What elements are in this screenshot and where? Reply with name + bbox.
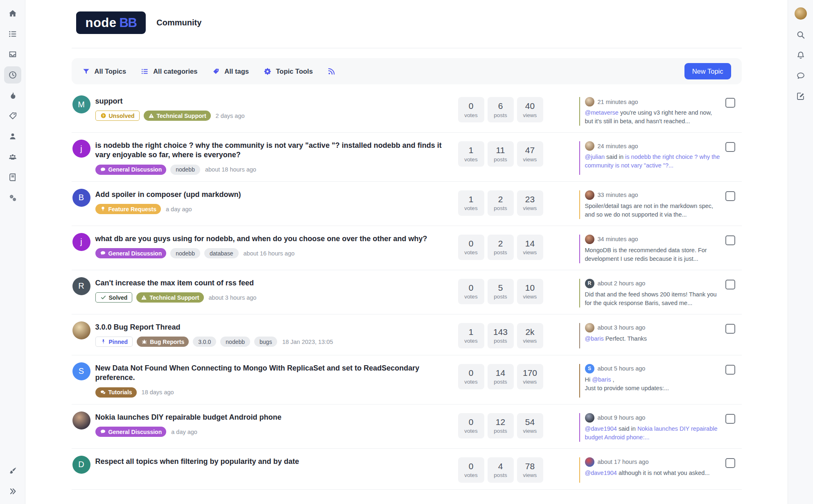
category-badge[interactable]: Technical Support: [136, 292, 203, 303]
sidebar-item-admin[interactable]: [4, 189, 21, 206]
topic-tag[interactable]: bugs: [254, 337, 277, 347]
topic-select-checkbox[interactable]: [725, 414, 735, 424]
teaser-author-avatar[interactable]: [585, 235, 594, 244]
topic-select-checkbox[interactable]: [725, 458, 735, 468]
sidebar-item-home[interactable]: [4, 5, 21, 22]
topic-author-avatar[interactable]: S: [72, 362, 90, 380]
category-badge[interactable]: General Discussion: [95, 427, 167, 437]
topic-title[interactable]: is nodebb the right choice ? why the com…: [95, 141, 448, 160]
teaser-link[interactable]: @baris: [585, 335, 604, 342]
user-avatar[interactable]: [795, 7, 807, 20]
pin-icon: [100, 339, 106, 345]
teaser-link[interactable]: @metaverse: [585, 109, 619, 116]
sidebar-item-theme[interactable]: [4, 462, 21, 479]
category-badge[interactable]: Tutorials: [95, 387, 137, 398]
category-badge[interactable]: Technical Support: [144, 111, 211, 121]
teaser-text[interactable]: @julian said in is nodebb the right choi…: [585, 153, 720, 170]
teaser-author-avatar[interactable]: S: [585, 364, 594, 373]
teaser-text[interactable]: Hi @baris , Just to provide some updates…: [585, 375, 720, 393]
topic-author-avatar[interactable]: j: [72, 140, 90, 158]
status-badge[interactable]: Pinned: [95, 337, 133, 347]
teaser-author-avatar[interactable]: [585, 190, 594, 200]
toolbar-all-categories[interactable]: All categories: [141, 68, 197, 75]
topic-tag[interactable]: nodebb: [220, 337, 250, 347]
topic-tag[interactable]: database: [204, 248, 239, 258]
sidebar-item-compose[interactable]: [792, 88, 809, 105]
category-badge[interactable]: General Discussion: [95, 165, 167, 175]
topic-title[interactable]: Nokia launches DIY repairable budget And…: [95, 413, 448, 422]
topic-author-avatar[interactable]: [72, 321, 90, 339]
category-badge[interactable]: Feature Requests: [95, 204, 161, 214]
warning-icon: [141, 294, 147, 301]
stat-views: 78views: [517, 457, 543, 483]
teaser-text[interactable]: @metaverse you're using v3 right here an…: [585, 108, 720, 126]
nodebb-logo[interactable]: nodeBB: [76, 11, 146, 34]
topic-author-avatar[interactable]: B: [72, 189, 90, 207]
teaser-text[interactable]: @baris Perfect. Thanks: [585, 334, 720, 343]
sidebar-item-search[interactable]: [792, 26, 809, 43]
teaser-link[interactable]: @baris: [592, 376, 611, 383]
teaser-author-avatar[interactable]: [585, 323, 594, 332]
teaser-plain-text: Hi: [585, 376, 592, 383]
toolbar-all-topics[interactable]: All Topics: [82, 68, 126, 75]
topic-author-avatar[interactable]: [72, 411, 90, 429]
topic-select-checkbox[interactable]: [725, 365, 735, 375]
topic-title[interactable]: support: [95, 97, 448, 106]
sidebar-item-tags[interactable]: [4, 107, 21, 124]
teaser-author-avatar[interactable]: [585, 457, 594, 467]
sidebar-item-categories[interactable]: [4, 25, 21, 43]
teaser-text[interactable]: @dave1904 although it is not what you as…: [585, 469, 720, 477]
topic-author-avatar[interactable]: D: [72, 456, 90, 474]
topic-select-checkbox[interactable]: [725, 235, 735, 245]
teaser-link[interactable]: @dave1904: [585, 470, 617, 476]
sidebar-item-groups[interactable]: [4, 148, 21, 165]
settings-icon: [8, 193, 17, 202]
topic-author-avatar[interactable]: j: [72, 233, 90, 251]
sidebar-item-popular[interactable]: [4, 87, 21, 104]
topic-select-checkbox[interactable]: [725, 324, 735, 334]
topic-author-avatar[interactable]: M: [72, 95, 90, 113]
toolbar-all-tags[interactable]: All tags: [212, 68, 249, 75]
stat-votes: 0votes: [458, 364, 484, 389]
teaser-text[interactable]: @dave1904 said in Nokia launches DIY rep…: [585, 425, 720, 442]
sidebar-item-docs[interactable]: [4, 169, 21, 186]
new-topic-button[interactable]: New Topic: [684, 63, 731, 79]
teaser-author-avatar[interactable]: R: [585, 279, 594, 288]
rss-feed-button[interactable]: [327, 68, 335, 75]
status-badge[interactable]: Solved: [95, 292, 133, 303]
teaser-text[interactable]: Spoiler/detail tags are not in the markd…: [585, 202, 720, 219]
sidebar-item-expand[interactable]: [4, 483, 21, 500]
teaser-text[interactable]: MongoDB is the recommended data store. F…: [585, 246, 720, 263]
topic-title[interactable]: Add spoiler in composer (upd markdown): [95, 190, 448, 199]
status-badge[interactable]: ?Unsolved: [95, 111, 140, 121]
topic-title[interactable]: Can't increase the max item count of rss…: [95, 278, 448, 288]
sidebar-item-chats[interactable]: [792, 67, 809, 84]
topic-tag[interactable]: 3.0.0: [193, 337, 216, 347]
topic-title[interactable]: 3.0.0 Bug Report Thread: [95, 323, 448, 332]
topic-tag[interactable]: nodebb: [170, 248, 200, 258]
sidebar-item-notifications[interactable]: [792, 47, 809, 64]
category-badge[interactable]: General Discussion: [95, 248, 167, 258]
teaser-timestamp: 21 minutes ago: [598, 99, 638, 105]
topic-title[interactable]: what db are you guys using for nodebb, a…: [95, 234, 448, 244]
topic-select-checkbox[interactable]: [725, 280, 735, 289]
topic-tag[interactable]: nodebb: [170, 165, 200, 175]
category-badge[interactable]: Bug Reports: [137, 337, 189, 347]
topic-title[interactable]: Respect all topics when filtering by pop…: [95, 457, 448, 466]
teaser-link[interactable]: @dave1904: [585, 425, 617, 432]
sidebar-item-recent[interactable]: [4, 66, 21, 84]
sidebar-item-users[interactable]: [4, 128, 21, 145]
stat-value: 0: [469, 461, 474, 471]
teaser-author-avatar[interactable]: [585, 97, 594, 106]
topic-author-avatar[interactable]: R: [72, 277, 90, 295]
topic-select-checkbox[interactable]: [725, 191, 735, 201]
toolbar-topic-tools[interactable]: Topic Tools: [264, 68, 313, 75]
topic-select-checkbox[interactable]: [725, 98, 735, 108]
teaser-author-avatar[interactable]: [585, 141, 594, 151]
teaser-link[interactable]: @julian: [585, 154, 605, 160]
teaser-author-avatar[interactable]: [585, 413, 594, 423]
topic-title[interactable]: New Data Not Found When Connecting to Mo…: [95, 364, 448, 383]
sidebar-item-unread[interactable]: [4, 46, 21, 63]
teaser-text[interactable]: Did that and the feed shows 200 items! T…: [585, 290, 720, 307]
topic-select-checkbox[interactable]: [725, 142, 735, 152]
